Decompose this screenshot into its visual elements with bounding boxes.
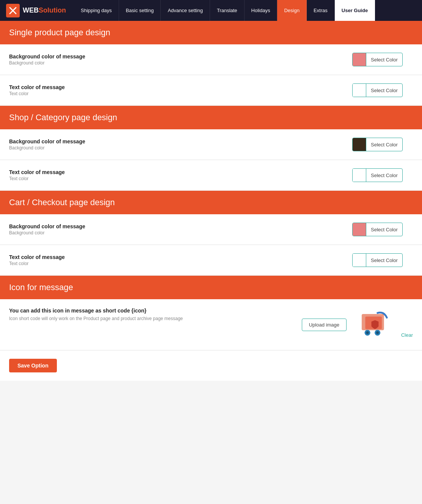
cart-bg-sublabel: Background color xyxy=(9,230,352,236)
icon-controls: Upload image Cl xyxy=(302,308,413,342)
cart-text-btn-label: Select Color xyxy=(366,257,402,263)
shop-text-sublabel: Text color xyxy=(9,176,352,181)
shop-category-header: Shop / Category page design xyxy=(0,106,422,129)
shop-text-swatch xyxy=(353,168,366,182)
cart-bg-row: Background color of message Background c… xyxy=(0,214,422,245)
single-product-text-swatch xyxy=(353,83,366,97)
icon-preview-container: Clear xyxy=(354,308,413,342)
single-product-bg-swatch xyxy=(353,53,366,66)
single-product-bg-sublabel: Background color xyxy=(9,60,352,66)
cart-bg-swatch xyxy=(353,223,366,236)
cart-text-control: Select Color xyxy=(352,253,413,267)
logo-icon xyxy=(6,4,20,17)
shop-text-label: Text color of message xyxy=(9,169,352,175)
single-product-title: Single product page design xyxy=(9,28,413,38)
cart-text-color-btn[interactable]: Select Color xyxy=(352,253,403,267)
shop-bg-color-btn[interactable]: Select Color xyxy=(352,138,403,151)
clear-link[interactable]: Clear xyxy=(401,332,413,342)
save-option-button[interactable]: Save Option xyxy=(9,359,57,372)
shop-bg-sublabel: Background color xyxy=(9,145,352,151)
single-product-bg-label: Background color of message xyxy=(9,53,352,60)
logo: WEBSolution xyxy=(0,4,74,17)
nav-design[interactable]: Design xyxy=(277,0,306,21)
single-product-bg-labels: Background color of message Background c… xyxy=(9,53,352,66)
single-product-text-labels: Text color of message Text color xyxy=(9,84,352,96)
single-product-bg-row: Background color of message Background c… xyxy=(0,44,422,75)
cart-text-label: Text color of message xyxy=(9,254,352,260)
shop-bg-labels: Background color of message Background c… xyxy=(9,138,352,151)
nav-shipping-days[interactable]: Shipping days xyxy=(74,0,119,21)
nav-basic-setting[interactable]: Basic setting xyxy=(119,0,161,21)
icon-label-group: You can add this icon in message as shor… xyxy=(9,308,287,322)
svg-point-5 xyxy=(366,331,369,334)
nav-advance-setting[interactable]: Advance setting xyxy=(161,0,210,21)
cart-text-row: Text color of message Text color Select … xyxy=(0,245,422,276)
shop-text-labels: Text color of message Text color xyxy=(9,169,352,181)
shop-bg-row: Background color of message Background c… xyxy=(0,129,422,160)
shop-text-color-btn[interactable]: Select Color xyxy=(352,168,403,182)
single-product-text-control: Select Color xyxy=(352,83,413,97)
nav-holidays[interactable]: Holidays xyxy=(245,0,278,21)
nav-translate[interactable]: Translate xyxy=(210,0,245,21)
single-product-header: Single product page design xyxy=(0,21,422,44)
cart-text-swatch xyxy=(353,253,366,267)
svg-point-7 xyxy=(376,331,379,334)
single-product-bg-color-btn[interactable]: Select Color xyxy=(352,53,403,66)
logo-text-web: WEB xyxy=(23,6,39,14)
shop-text-control: Select Color xyxy=(352,168,413,182)
logo-text-solution: Solution xyxy=(39,6,66,14)
nav-user-guide[interactable]: User Guide xyxy=(335,0,375,21)
icon-message-title: Icon for message xyxy=(9,283,413,292)
cart-checkout-header: Cart / Checkout page design xyxy=(0,191,422,214)
nav-extras[interactable]: Extras xyxy=(307,0,335,21)
save-section: Save Option xyxy=(0,350,422,381)
single-product-text-row: Text color of message Text color Select … xyxy=(0,75,422,106)
cart-checkout-title: Cart / Checkout page design xyxy=(9,198,413,207)
upload-image-button[interactable]: Upload image xyxy=(302,319,347,331)
shop-bg-label: Background color of message xyxy=(9,138,352,144)
shop-bg-control: Select Color xyxy=(352,138,413,151)
main-content: Single product page design Background co… xyxy=(0,21,422,381)
cart-bg-control: Select Color xyxy=(352,223,413,236)
cart-text-sublabel: Text color xyxy=(9,261,352,266)
icon-sub-label: Icon short code will only work on the Pr… xyxy=(9,315,287,322)
nav-items: Shipping days Basic setting Advance sett… xyxy=(74,0,422,21)
cart-bg-labels: Background color of message Background c… xyxy=(9,223,352,236)
single-product-text-btn-label: Select Color xyxy=(366,88,402,93)
icon-message-header: Icon for message xyxy=(0,276,422,299)
single-product-bg-control: Select Color xyxy=(352,53,413,66)
shop-bg-btn-label: Select Color xyxy=(366,142,402,148)
shop-bg-swatch xyxy=(353,138,366,151)
cart-icon xyxy=(354,308,396,342)
icon-message-row: You can add this icon in message as shor… xyxy=(0,299,422,350)
shop-category-title: Shop / Category page design xyxy=(9,113,413,122)
cart-bg-color-btn[interactable]: Select Color xyxy=(352,223,403,236)
cart-bg-label: Background color of message xyxy=(9,223,352,229)
icon-main-label: You can add this icon in message as shor… xyxy=(9,308,287,314)
single-product-text-color-btn[interactable]: Select Color xyxy=(352,83,403,97)
shop-text-row: Text color of message Text color Select … xyxy=(0,160,422,191)
single-product-text-sublabel: Text color xyxy=(9,91,352,96)
single-product-bg-btn-label: Select Color xyxy=(366,57,402,63)
navbar: WEBSolution Shipping days Basic setting … xyxy=(0,0,422,21)
cart-bg-btn-label: Select Color xyxy=(366,227,402,232)
cart-text-labels: Text color of message Text color xyxy=(9,254,352,266)
single-product-text-label: Text color of message xyxy=(9,84,352,90)
shop-text-btn-label: Select Color xyxy=(366,173,402,178)
